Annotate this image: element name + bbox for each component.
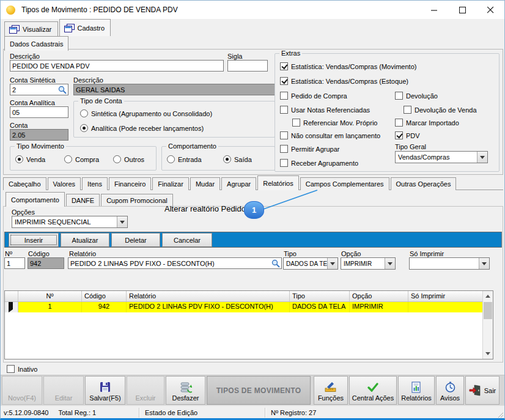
- tab-financeiro[interactable]: Financeiro: [109, 177, 151, 190]
- checkbox-estatistica-estoque[interactable]: Estatística: Vendas/Compras (Estoque): [280, 76, 408, 86]
- tab-comportamento[interactable]: Comportamento: [6, 192, 65, 207]
- novo-button[interactable]: Novo(F4): [2, 376, 42, 405]
- scrollbar-thumb[interactable]: [484, 302, 492, 319]
- check-icon: [367, 381, 378, 393]
- excluir-button[interactable]: Excluir: [127, 376, 164, 405]
- tab-outras-operacoes[interactable]: Outras Operações: [391, 177, 457, 190]
- editar-button[interactable]: Editar: [43, 376, 84, 405]
- grid-header-tipo[interactable]: Tipo: [290, 291, 350, 301]
- cell-tipo: DADOS DA TELA: [290, 302, 350, 312]
- grid-header-opcao[interactable]: Opção: [350, 291, 408, 301]
- main-tab-strip: Visualizar Cadastro: [4, 19, 112, 36]
- grid-header-no[interactable]: Nº: [18, 291, 82, 301]
- relatorios-button[interactable]: Relatórios: [398, 376, 435, 405]
- tab-label: Comportamento: [11, 196, 59, 204]
- radio-analitica[interactable]: Analítica (Pode receber lançamentos): [80, 123, 204, 133]
- tab-cupom-promocional[interactable]: Cupom Promocional: [101, 194, 173, 207]
- checkbox-inativo[interactable]: Inativo: [7, 364, 37, 374]
- tab-itens[interactable]: Itens: [82, 177, 108, 190]
- button-label: Excluir: [135, 394, 155, 402]
- chevron-down-icon[interactable]: [385, 258, 395, 269]
- cell-no: 1: [18, 302, 82, 312]
- tab-mudar[interactable]: Mudar: [190, 177, 220, 190]
- grid-scrollbar[interactable]: [482, 291, 493, 359]
- tipo-movimento-legend: Tipo Movimento: [15, 142, 66, 150]
- checkbox-receber-agrupamento[interactable]: Receber Agrupamento: [280, 158, 358, 168]
- tab-cabecalho[interactable]: Cabeçalho: [3, 177, 46, 190]
- checkbox-marcar-importado[interactable]: Marcar Importado: [395, 118, 459, 127]
- checkbox-label: Devolução de Venda: [415, 106, 477, 114]
- tab-valores[interactable]: Valores: [48, 177, 81, 190]
- scroll-down-icon[interactable]: [483, 348, 493, 359]
- table-row[interactable]: 1 942 PEDIDO 2 LINHAS PDV FIXO - DESCONT…: [5, 302, 493, 312]
- tipo-geral-combo[interactable]: Vendas/Compras: [395, 151, 488, 163]
- tab-cadastro[interactable]: Cadastro: [59, 19, 111, 36]
- inserir-button[interactable]: Inserir: [9, 233, 59, 247]
- no-input[interactable]: [4, 257, 25, 269]
- grid-header-relatorio[interactable]: Relatório: [127, 291, 290, 301]
- desfazer-button[interactable]: Desfazer: [166, 376, 205, 405]
- search-icon[interactable]: [57, 85, 67, 95]
- sigla-input[interactable]: [227, 60, 268, 72]
- checkbox-permitir-agrupar[interactable]: Permitir Agrupar: [280, 144, 339, 153]
- opcao-combo[interactable]: IMPRIMIR: [341, 257, 396, 270]
- checkbox-devolucao-de-venda[interactable]: Devolução de Venda: [404, 105, 477, 114]
- no-label: Nº: [5, 250, 12, 257]
- reports-icon: [411, 381, 421, 393]
- checkbox-devolucao[interactable]: Devolução: [395, 91, 438, 100]
- search-icon[interactable]: [271, 259, 281, 268]
- checkbox-nao-consultar-em-lancamento[interactable]: Não consultar em lançamento: [280, 131, 380, 140]
- tab-visualizar[interactable]: Visualizar: [4, 21, 58, 36]
- tipo-combo[interactable]: DADOS DA TELA: [283, 257, 338, 270]
- minimize-button[interactable]: [420, 1, 448, 19]
- salvar-button[interactable]: Salvar(F5): [85, 376, 125, 405]
- tab-relatorios[interactable]: Relatórios: [257, 175, 299, 190]
- radio-sintetica[interactable]: Sintética (Agrupamento ou Consolidado): [80, 109, 212, 118]
- sair-button[interactable]: Sair: [465, 376, 499, 405]
- grid-header-so-imprimir[interactable]: Só Imprimir: [408, 291, 493, 301]
- checkbox-pedido-de-compra[interactable]: Pedido de Compra: [280, 91, 347, 100]
- deletar-button[interactable]: Deletar: [111, 233, 160, 247]
- checkbox-usar-notas-referenciadas[interactable]: Usar Notas Referenciadas: [280, 105, 370, 114]
- scroll-up-icon[interactable]: [483, 291, 493, 301]
- radio-outros[interactable]: Outros: [113, 155, 144, 164]
- checkbox-box: [280, 145, 288, 153]
- tab-label: Relatórios: [263, 180, 293, 187]
- radio-circle: [80, 124, 88, 132]
- window-icon: [64, 24, 75, 32]
- conta-sintetica-field[interactable]: 2: [10, 84, 68, 95]
- radio-venda[interactable]: Venda: [15, 155, 45, 164]
- tab-finalizar[interactable]: Finalizar: [152, 177, 189, 190]
- checkbox-referenciar-mov-proprio[interactable]: Referenciar Mov. Próprio: [292, 118, 377, 127]
- avisos-button[interactable]: Avisos: [436, 376, 464, 405]
- descricao-input[interactable]: [10, 60, 224, 72]
- radio-saida[interactable]: Saída: [223, 155, 252, 164]
- checkbox-estatistica-movimento[interactable]: Estatística: Vendas/Compras (Movimento): [280, 62, 416, 71]
- funcoes-button[interactable]: Funções: [314, 376, 348, 405]
- atualizar-button[interactable]: Atualizar: [61, 233, 109, 247]
- maximize-button[interactable]: [448, 1, 476, 19]
- close-button[interactable]: [476, 1, 504, 19]
- checkbox-label: Usar Notas Referenciadas: [291, 106, 370, 114]
- chevron-down-icon[interactable]: [477, 152, 487, 163]
- radio-compra[interactable]: Compra: [64, 155, 99, 164]
- app-icon: [6, 6, 15, 15]
- grid-header-indicator: [5, 291, 18, 301]
- chevron-down-icon[interactable]: [117, 216, 127, 227]
- tab-danfe[interactable]: DANFE: [66, 194, 100, 207]
- central-acoes-button[interactable]: Central Ações: [349, 376, 397, 405]
- relatorio-field[interactable]: PEDIDO 2 LINHAS PDV FIXO - DESCONTO(H): [68, 257, 282, 269]
- cancelar-button[interactable]: Cancelar: [162, 233, 212, 247]
- mode-panel: TIPOS DE MOVIMENTO: [207, 376, 311, 405]
- tab-dados-cadastrais[interactable]: Dados Cadastrais: [4, 36, 68, 51]
- radio-entrada[interactable]: Entrada: [167, 155, 202, 164]
- chevron-down-icon[interactable]: [327, 258, 337, 269]
- tab-agrupar[interactable]: Agrupar: [221, 177, 256, 190]
- grid-header-codigo[interactable]: Código: [82, 291, 127, 301]
- tab-campos-complementares[interactable]: Campos Complementares: [300, 177, 389, 190]
- opcoes-combo[interactable]: IMPRIMIR SEQUENCIAL: [12, 216, 128, 228]
- checkbox-pdv[interactable]: PDV: [395, 131, 420, 140]
- so-imprimir-combo[interactable]: [409, 257, 490, 270]
- conta-analitica-input[interactable]: [10, 106, 68, 118]
- chevron-down-icon[interactable]: [479, 258, 489, 269]
